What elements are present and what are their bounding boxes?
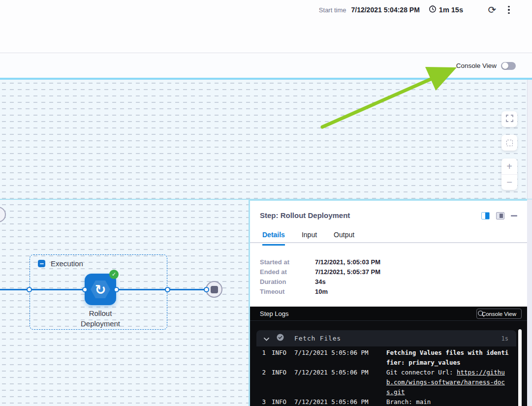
view-toolbar: Console View [0,54,532,78]
connector-dot [204,287,209,292]
tab-output[interactable]: Output [334,231,354,246]
log-lines: 1 INFO 7/12/2021 5:05:06 PM Fetching Val… [256,348,522,406]
fullscreen-button[interactable] [501,111,517,127]
console-view-toggle[interactable] [501,62,516,70]
detail-row: Started at 7/12/2021, 5:05:03 PM [260,257,380,267]
log-group-name: Fetch Files [294,335,341,342]
detail-row: Timeout 10m [260,286,380,296]
check-icon: ✓ [112,271,116,278]
more-options-button[interactable] [502,4,515,16]
node-caption: Rollout Deployment [61,308,140,329]
log-group-duration: 1s [501,335,508,342]
check-circle-icon [277,334,284,343]
zoom-in-button[interactable]: + [501,158,517,174]
panel-title: Step: Rollout Deployment [260,211,350,219]
elapsed-duration: 1m 15s [439,6,463,14]
tab-details[interactable]: Details [262,231,285,246]
connector-dot [82,287,88,292]
step-logs-section: Step Logs Console View Fetch Files 1s 1 [250,307,527,406]
tabs-divider [250,242,527,243]
log-line: 2 INFO 7/12/2021 5:05:06 PM Git connecto… [256,368,522,397]
layout-split-right-icon[interactable] [481,212,490,219]
execution-group-label: Execution [51,259,83,268]
start-time-value: 7/12/2021 5:04:28 PM [351,6,419,14]
toggle-knob-icon [502,62,508,69]
console-view-label: Console View [456,62,497,69]
execution-header-bar: Start time 7/12/2021 5:04:28 PM 1m 15s ⟳ [0,0,532,53]
step-details-panel: Step: Rollout Deployment Details Input O… [249,199,527,406]
start-time-label: Start time [319,6,346,14]
log-line: 3 INFO 7/12/2021 5:05:06 PM Branch: main [256,397,522,406]
panel-tabs: Details Input Output [262,231,354,246]
zoom-in-icon: + [506,161,512,172]
step-logs-title: Step Logs [260,310,289,317]
connector-dot [114,287,119,292]
connector-dot [27,287,32,292]
connector-dot [165,287,170,292]
detail-row: Duration 34s [260,277,380,286]
fullscreen-icon [506,115,513,124]
log-group-fetch-files: Fetch Files 1s [256,330,516,346]
clock-icon [429,5,437,15]
chevron-down-icon [264,334,269,343]
zoom-out-icon: − [506,177,512,188]
log-scrollbar[interactable] [518,329,522,406]
tab-input[interactable]: Input [302,231,317,246]
log-group-header[interactable]: Fetch Files 1s [256,330,516,346]
minimize-panel-icon[interactable] [511,215,517,217]
refresh-button[interactable]: ⟳ [486,4,499,16]
zoom-out-button[interactable]: − [501,174,517,190]
rollout-icon: ↻ [95,283,106,296]
fit-view-icon [506,140,513,146]
fit-to-screen-button[interactable] [501,135,517,151]
minus-icon [40,263,44,264]
kebab-menu-icon [508,6,510,14]
layout-overlay-icon[interactable] [496,212,504,219]
zoom-button-group: + − [501,158,517,190]
stop-icon [211,286,218,293]
panel-scrollbar-track[interactable] [527,199,532,406]
canvas-scrollbar-track[interactable] [527,80,532,199]
refresh-icon: ⟳ [488,5,497,15]
collapse-group-button[interactable] [38,260,45,267]
log-line: 1 INFO 7/12/2021 5:05:06 PM Fetching Val… [256,348,522,368]
console-view-button[interactable]: Console View [476,309,522,319]
step-detail-list: Started at 7/12/2021, 5:05:03 PM Ended a… [260,257,380,296]
detail-row: Ended at 7/12/2021, 5:05:37 PM [260,267,380,277]
success-badge: ✓ [109,270,119,279]
